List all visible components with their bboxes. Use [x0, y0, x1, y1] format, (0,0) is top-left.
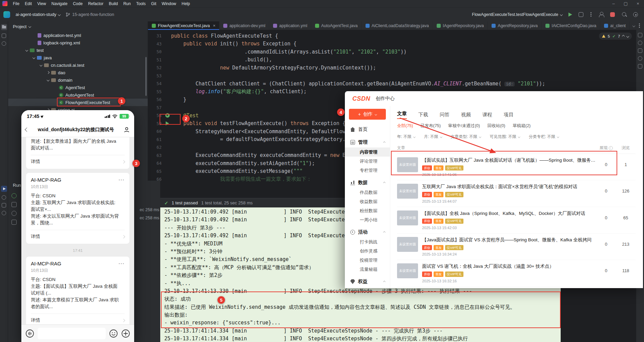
sidebar-item[interactable]: 粉丝数据 [345, 206, 390, 215]
menu-window[interactable]: Window [159, 0, 179, 7]
vcs-tool-icon[interactable] [2, 41, 6, 46]
voice-input-icon[interactable] [25, 329, 34, 338]
tab-agentrepository-java[interactable]: AgentRepository.java [488, 21, 542, 30]
message-input[interactable] [38, 328, 106, 339]
tab-iagentrepository-java[interactable]: IAgentRepository.java [433, 21, 488, 30]
sidebar-item[interactable]: 一周小结 [345, 215, 390, 224]
article-title[interactable]: 面试官 VS 谢飞机：全栈 Java 大厂面试实战（涵盖 30+ 技术点） [422, 263, 596, 269]
run-options-icon[interactable] [579, 12, 583, 17]
run-class-icon[interactable] [165, 113, 170, 118]
filter-dropdown[interactable]: 月: 不限 [424, 134, 442, 140]
sidebar-section[interactable]: 管理 [345, 137, 390, 147]
test-filter-icon[interactable] [12, 202, 17, 207]
project-tool-window-icon[interactable] [1, 24, 7, 30]
tree-expand-icon[interactable] [47, 79, 49, 81]
maximize-button[interactable]: ▢ [620, 0, 632, 7]
chat-messages[interactable]: 简述:【新文章推送】面向大厂的全栈 Java面试对话...详情AI-MCP-RA… [21, 137, 134, 324]
tab-ai-client[interactable]: ai_client [600, 21, 630, 30]
tree-item-flowagentexecutetest[interactable]: CFlowAgentExecuteTest [8, 99, 148, 106]
article-row[interactable]: 未设置封面【面试实战】全栈 Java（Spring Boot、Kafka、MyS… [397, 207, 636, 234]
device-manager-icon[interactable] [638, 64, 642, 68]
tree-item-application-test-yml[interactable]: application-test.yml [8, 32, 148, 39]
sidebar-section[interactable]: 活动 [345, 227, 390, 237]
sidebar-item[interactable]: 打卡挑战 [345, 237, 390, 246]
debug-tool-icon[interactable] [2, 195, 6, 200]
terminal-tool-icon[interactable] [2, 203, 6, 207]
menu-tools[interactable]: Tools [133, 0, 148, 7]
chevron-up-icon[interactable] [622, 35, 625, 37]
close-tab-icon[interactable]: × [213, 23, 216, 28]
menu-navigate[interactable]: Navigate [49, 0, 70, 7]
rerun-tests-icon[interactable] [12, 193, 17, 198]
status-filter[interactable]: 审核中/未通过(0) [448, 123, 480, 129]
contact-profile-icon[interactable] [123, 126, 130, 133]
content-tab[interactable]: 下载 [418, 112, 428, 118]
sidebar-item[interactable]: 投稿管理 [345, 256, 390, 265]
status-filter[interactable]: 已发布(75) [420, 123, 441, 129]
sidebar-item[interactable]: 专栏管理 [345, 166, 390, 175]
user-account-icon[interactable] [599, 12, 604, 17]
article-row[interactable]: 未设置封面面试官 VS 谢飞机：全栈 Java 大厂面试实战（涵盖 30+ 技术… [397, 260, 636, 286]
tab-iaiclientconfigdao-java[interactable]: IAiClientConfigDao.java [542, 21, 600, 30]
close-button[interactable]: × [632, 0, 644, 7]
sidebar-item[interactable]: 流量秘籍 [345, 265, 390, 274]
csdn-logo[interactable]: CSDN [352, 95, 370, 102]
sidebar-item[interactable]: 收益数据 [345, 197, 390, 206]
emoji-icon[interactable] [109, 329, 118, 338]
tree-item-java[interactable]: java [8, 54, 148, 61]
menu-file[interactable]: File [10, 0, 22, 7]
content-tab[interactable]: 课程 [482, 112, 492, 118]
project-widget[interactable]: ai-agent-station-study [13, 11, 63, 18]
article-row[interactable]: 未设置封面Java 大厂面试实战：面试官 VS 谢飞机全程对决（全技术栈）原创首… [397, 287, 636, 288]
sidebar-item-home[interactable]: 首页 [345, 124, 390, 135]
tab-flowagentexecutetest-java[interactable]: FlowAgentExecuteTest.java× [148, 21, 220, 30]
menu-git[interactable]: Git [148, 0, 159, 7]
create-button[interactable]: + 创作 [349, 109, 386, 120]
article-title[interactable]: 【Java面试实战】面试官 VS 水货程序员——Spring Boot、微服务、… [422, 237, 596, 243]
run-configuration-selector[interactable]: FlowAgentExecuteTest.testFlowAgentExecut… [469, 11, 565, 18]
content-tab[interactable]: 问答 [440, 112, 450, 118]
structure-tool-icon[interactable] [2, 34, 6, 38]
menu-edit[interactable]: Edit [22, 0, 35, 7]
article-row[interactable]: 未设置封面互联网大厂 Java 求职面试全栈实战：面试官×水货程序员“谢飞机”的… [397, 180, 636, 207]
project-panel-header[interactable]: Project [8, 21, 148, 32]
article-title[interactable]: 【面试实战】互联网大厂 Java 全栈面试对话（谢飞机版）——Spring Bo… [422, 157, 596, 163]
sidebar-item[interactable]: 创作灵感 [345, 246, 390, 256]
database-tool-icon[interactable] [638, 41, 642, 45]
sidebar-item[interactable]: 评论管理 [345, 157, 390, 166]
tab-application-dev-yml[interactable]: application-dev.yml [220, 21, 269, 30]
tree-item-test[interactable]: test [8, 46, 148, 54]
tab-aiclientloaddatastrategy-java[interactable]: AiClientLoadDataStrategy.java [362, 21, 433, 30]
article-row[interactable]: 未设置封面【面试实战】互联网大厂 Java 全栈面试对话（谢飞机版）——Spri… [397, 154, 636, 180]
tab-application-yml[interactable]: application.yml [269, 21, 311, 30]
menu-code[interactable]: Code [70, 0, 85, 7]
plus-icon[interactable] [121, 329, 130, 338]
run-test-icon[interactable] [166, 121, 169, 125]
detail-link[interactable]: 详情 [31, 230, 125, 240]
more-options-icon[interactable]: ··· [119, 261, 125, 266]
minimize-button[interactable]: – [607, 0, 620, 7]
article-title[interactable]: 【面试实战】全栈 Java（Spring Boot、Kafka、MySQL、Do… [422, 210, 596, 217]
content-tab[interactable]: 视频 [461, 112, 471, 118]
menu-run[interactable]: Run [121, 0, 133, 7]
sidebar-section[interactable]: 数据 [345, 178, 390, 188]
run-button[interactable] [568, 13, 572, 17]
tree-item-dao[interactable]: dao [8, 69, 148, 76]
menu-help[interactable]: Help [179, 0, 193, 7]
menu-refactor[interactable]: Refactor [85, 0, 106, 7]
article-title[interactable]: 互联网大厂 Java 求职面试全栈实战：面试官×水货程序员“谢飞机”的模拟对话 [422, 184, 596, 190]
tree-item-cn-cactusli-ai-test[interactable]: cn.cactusli.ai.test [8, 61, 148, 69]
menu-build[interactable]: Build [106, 0, 121, 7]
detail-link[interactable]: 详情 [31, 314, 125, 323]
expand-all-icon[interactable] [12, 220, 17, 225]
info-icon[interactable]: i [609, 146, 613, 150]
more-options-icon[interactable]: ··· [119, 177, 125, 183]
tree-expand-icon[interactable] [47, 71, 49, 74]
article-row[interactable]: 未设置封面【Java面试实战】面试官 VS 水货程序员——Spring Boot… [397, 234, 636, 260]
menu-view[interactable]: View [35, 0, 49, 7]
filter-dropdown[interactable]: 文章类型: 不限 [451, 134, 481, 140]
inspections-widget[interactable]: 5 ✓ 7 [599, 33, 632, 40]
ai-assistant-icon[interactable] [610, 12, 615, 17]
content-tab[interactable]: 项目 [504, 112, 514, 118]
search-icon[interactable] [622, 12, 627, 17]
